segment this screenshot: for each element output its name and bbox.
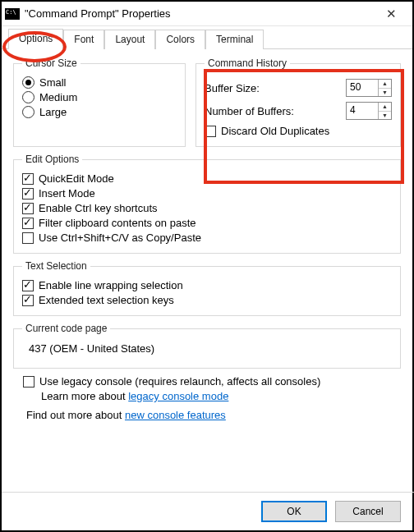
spinner-number-of-buffers-arrows[interactable]: ▲▼ bbox=[378, 103, 391, 119]
code-page-value: 437 (OEM - United States) bbox=[22, 339, 392, 361]
checkbox-legacy-console[interactable] bbox=[23, 376, 34, 388]
check-row-filter-clipboard[interactable]: Filter clipboard contents on paste bbox=[22, 217, 392, 229]
label-discard-duplicates: Discard Old Duplicates bbox=[221, 125, 329, 137]
learn-more-legacy: Learn more about legacy console mode bbox=[41, 390, 398, 402]
label-insert-mode: Insert Mode bbox=[39, 187, 95, 200]
radio-large[interactable] bbox=[22, 106, 34, 118]
check-row-ctrl-shortcuts[interactable]: Enable Ctrl key shortcuts bbox=[22, 202, 392, 214]
cmd-icon bbox=[5, 8, 20, 20]
check-row-legacy-console[interactable]: Use legacy console (requires relaunch, a… bbox=[23, 375, 398, 388]
check-row-extended-selection[interactable]: Extended text selection keys bbox=[22, 294, 392, 306]
checkbox-extended-selection[interactable] bbox=[22, 295, 34, 306]
checkbox-ctrl-shortcuts[interactable] bbox=[22, 203, 34, 214]
group-code-page: Current code page 437 (OEM - United Stat… bbox=[13, 323, 401, 369]
checkbox-quickedit[interactable] bbox=[22, 173, 34, 185]
group-text-selection: Text Selection Enable line wrapping sele… bbox=[13, 260, 401, 316]
label-buffer-size: Buffer Size: bbox=[205, 82, 346, 94]
find-out-more: Find out more about new console features bbox=[26, 409, 401, 421]
label-line-wrap: Enable line wrapping selection bbox=[39, 279, 183, 291]
legend-cursor-size: Cursor Size bbox=[22, 57, 80, 69]
radio-row-medium[interactable]: Medium bbox=[22, 91, 177, 103]
check-row-discard-duplicates[interactable]: Discard Old Duplicates bbox=[205, 125, 392, 137]
tab-terminal[interactable]: Terminal bbox=[205, 30, 264, 49]
radio-medium[interactable] bbox=[22, 91, 34, 103]
legend-edit-options: Edit Options bbox=[22, 154, 82, 165]
check-row-quickedit[interactable]: QuickEdit Mode bbox=[22, 172, 392, 185]
radio-row-large[interactable]: Large bbox=[22, 106, 177, 118]
checkbox-insert-mode[interactable] bbox=[22, 188, 34, 200]
legend-text-selection: Text Selection bbox=[22, 260, 90, 272]
radio-small[interactable] bbox=[22, 76, 34, 89]
label-quickedit: QuickEdit Mode bbox=[39, 172, 114, 185]
check-row-ctrl-shift-cv[interactable]: Use Ctrl+Shift+C/V as Copy/Paste bbox=[22, 232, 392, 244]
window-title: "Command Prompt" Properties bbox=[25, 7, 375, 20]
checkbox-ctrl-shift-cv[interactable] bbox=[22, 232, 34, 244]
label-extended-selection: Extended text selection keys bbox=[39, 294, 174, 306]
button-separator bbox=[2, 492, 414, 493]
tab-layout[interactable]: Layout bbox=[104, 30, 155, 49]
group-cursor-size: Cursor Size Small Medium Large bbox=[13, 57, 186, 147]
group-command-history: Command History Buffer Size: 50 ▲▼ Numbe… bbox=[196, 57, 401, 147]
label-filter-clipboard: Filter clipboard contents on paste bbox=[39, 217, 196, 229]
button-bar: OK Cancel bbox=[261, 501, 401, 522]
checkbox-line-wrap[interactable] bbox=[22, 280, 34, 291]
label-ctrl-shift-cv: Use Ctrl+Shift+C/V as Copy/Paste bbox=[39, 232, 201, 244]
radio-row-small[interactable]: Small bbox=[22, 76, 177, 89]
spinner-buffer-size-value[interactable]: 50 bbox=[347, 80, 378, 96]
find-out-more-prefix: Find out more about bbox=[26, 409, 125, 421]
group-edit-options: Edit Options QuickEdit Mode Insert Mode … bbox=[13, 154, 401, 254]
link-new-console-features[interactable]: new console features bbox=[125, 409, 226, 421]
check-row-insert-mode[interactable]: Insert Mode bbox=[22, 187, 392, 200]
tab-options[interactable]: Options bbox=[8, 29, 63, 49]
tab-font[interactable]: Font bbox=[63, 30, 104, 49]
radio-small-label: Small bbox=[39, 76, 67, 89]
ok-button[interactable]: OK bbox=[261, 501, 327, 522]
spinner-number-of-buffers-value[interactable]: 4 bbox=[347, 103, 378, 119]
label-number-of-buffers: Number of Buffers: bbox=[205, 105, 346, 117]
titlebar: "Command Prompt" Properties ✕ bbox=[2, 2, 412, 26]
tab-colors[interactable]: Colors bbox=[155, 30, 205, 49]
legend-command-history: Command History bbox=[205, 57, 290, 69]
spinner-number-of-buffers[interactable]: 4 ▲▼ bbox=[346, 102, 392, 120]
checkbox-filter-clipboard[interactable] bbox=[22, 218, 34, 229]
check-row-line-wrap[interactable]: Enable line wrapping selection bbox=[22, 279, 392, 291]
label-legacy-console: Use legacy console (requires relaunch, a… bbox=[39, 375, 320, 388]
link-legacy-console-mode[interactable]: legacy console mode bbox=[128, 390, 228, 402]
radio-medium-label: Medium bbox=[39, 91, 77, 103]
legend-code-page: Current code page bbox=[22, 323, 110, 334]
spinner-buffer-size[interactable]: 50 ▲▼ bbox=[346, 79, 392, 97]
radio-large-label: Large bbox=[39, 106, 67, 118]
tab-bar: Options Font Layout Colors Terminal bbox=[2, 26, 412, 49]
cancel-button[interactable]: Cancel bbox=[335, 501, 401, 522]
close-button[interactable]: ✕ bbox=[375, 2, 407, 25]
spinner-buffer-size-arrows[interactable]: ▲▼ bbox=[378, 80, 391, 96]
label-ctrl-shortcuts: Enable Ctrl key shortcuts bbox=[39, 202, 158, 214]
learn-more-prefix: Learn more about bbox=[41, 390, 128, 402]
checkbox-discard-duplicates[interactable] bbox=[205, 126, 216, 137]
